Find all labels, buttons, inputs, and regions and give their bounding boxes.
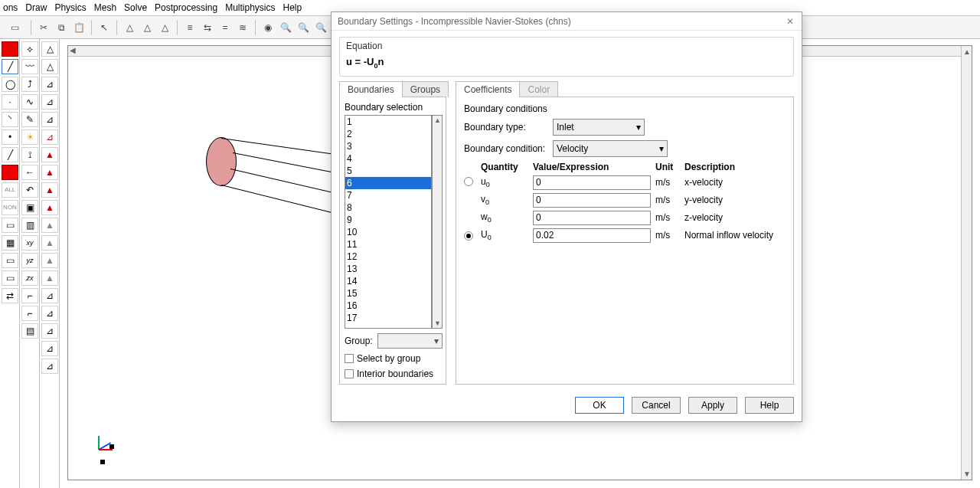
- axis-plot2-icon[interactable]: ⌐: [21, 306, 38, 321]
- back-icon[interactable]: ←: [21, 165, 38, 180]
- coord-frame-icon[interactable]: ▣: [21, 200, 38, 215]
- curve3-icon[interactable]: ⤴: [21, 77, 38, 92]
- interior-boundaries-checkbox[interactable]: [345, 369, 354, 378]
- paste-icon[interactable]: 📋: [71, 20, 87, 35]
- menu-item-postprocessing[interactable]: Postprocessing: [155, 2, 217, 13]
- tri-g2-icon[interactable]: ▲: [41, 235, 58, 251]
- boundary-list-item[interactable]: 9: [345, 214, 431, 226]
- boundary-list-item[interactable]: 5: [345, 165, 431, 177]
- boundary-type-dropdown[interactable]: Inlet▾: [553, 119, 645, 136]
- graph-icon[interactable]: ▤: [21, 323, 38, 339]
- tri-d-icon[interactable]: ⊿: [41, 94, 58, 110]
- zoom-window-icon[interactable]: 🔍: [313, 20, 328, 35]
- boundary-list-item[interactable]: 13: [345, 263, 431, 275]
- close-icon[interactable]: ✕: [785, 16, 795, 27]
- tri-red3-icon[interactable]: ▲: [41, 182, 58, 198]
- tab-coefficients[interactable]: Coefficients: [456, 81, 520, 97]
- pointer-icon[interactable]: ↖: [96, 20, 112, 35]
- ok-button[interactable]: OK: [575, 397, 624, 414]
- measure-icon[interactable]: ⟟: [21, 147, 38, 162]
- dialog-titlebar[interactable]: Boundary Settings - Incompressible Navie…: [332, 12, 802, 31]
- triangle-icon[interactable]: △: [122, 20, 137, 35]
- velocity-mode-radio[interactable]: [464, 177, 473, 186]
- tri-e-icon[interactable]: ⊿: [41, 112, 58, 127]
- solve-restart-icon[interactable]: ⇆: [200, 20, 215, 35]
- curve2-icon[interactable]: 〰: [21, 59, 38, 74]
- boundary-list-item[interactable]: 17: [345, 312, 431, 324]
- palette-segment-icon[interactable]: ╱: [2, 147, 18, 162]
- spline-icon[interactable]: ∿: [21, 94, 38, 110]
- boundary-list-item[interactable]: 8: [345, 201, 431, 214]
- solve-domain-icon[interactable]: ≋: [235, 20, 250, 35]
- menu-item-physics[interactable]: Physics: [54, 2, 86, 13]
- boundary-list-item[interactable]: 15: [345, 287, 431, 300]
- palette-cube-icon[interactable]: ▦: [2, 235, 18, 251]
- mesh1-icon[interactable]: ⊿: [41, 288, 58, 303]
- plot-icon[interactable]: ◉: [260, 20, 276, 35]
- boundary-list-item[interactable]: 3: [345, 140, 431, 152]
- tab-color[interactable]: Color: [519, 81, 558, 97]
- triangle-add-icon[interactable]: △: [139, 20, 155, 35]
- menu-item-options[interactable]: ons: [3, 2, 18, 13]
- boundary-list-item[interactable]: 6: [345, 177, 431, 189]
- rotate-l-icon[interactable]: ↶: [21, 182, 38, 198]
- mesh2-icon[interactable]: ⊿: [41, 306, 58, 321]
- copy-icon[interactable]: ⧉: [54, 20, 69, 35]
- palette-copy-icon[interactable]: ▭: [2, 253, 18, 268]
- apply-button[interactable]: Apply: [688, 397, 737, 414]
- palette-fill-icon[interactable]: [2, 165, 18, 180]
- palette-all-icon[interactable]: ALL: [2, 182, 18, 198]
- boundary-condition-dropdown[interactable]: Velocity▾: [553, 140, 668, 157]
- axis-plot-icon[interactable]: ⌐: [21, 288, 38, 303]
- menu-item-draw[interactable]: Draw: [25, 2, 47, 13]
- boundary-list-item[interactable]: 11: [345, 238, 431, 251]
- tri-g4-icon[interactable]: ▲: [41, 270, 58, 286]
- tab-groups[interactable]: Groups: [402, 81, 449, 97]
- palette-multi-icon[interactable]: ▭: [2, 270, 18, 286]
- palette-line-icon[interactable]: ╱: [2, 59, 18, 74]
- tri-a-icon[interactable]: △: [41, 41, 58, 57]
- cut-icon[interactable]: ✂: [36, 20, 51, 35]
- tri-red4-icon[interactable]: ▲: [41, 200, 58, 215]
- vertical-scrollbar[interactable]: [961, 46, 972, 480]
- yz-plot-icon[interactable]: yz: [21, 253, 38, 268]
- toolbar-button-generic[interactable]: ▭: [3, 20, 26, 35]
- curve1-icon[interactable]: ⟡: [21, 41, 38, 57]
- tri-del-icon[interactable]: ⊿: [41, 129, 58, 145]
- palette-block-icon[interactable]: [2, 41, 18, 57]
- boundary-list-item[interactable]: 10: [345, 226, 431, 238]
- zoom-out-icon[interactable]: 🔍: [296, 20, 311, 35]
- palette-cylinder-icon[interactable]: ◯: [2, 77, 18, 92]
- boundary-list-scrollbar[interactable]: [432, 115, 443, 329]
- mesh5-icon[interactable]: ⊿: [41, 359, 58, 374]
- boundary-list-item[interactable]: 12: [345, 251, 431, 263]
- value-input[interactable]: [533, 228, 651, 243]
- boundary-list-item[interactable]: 7: [345, 189, 431, 201]
- value-input[interactable]: [533, 193, 651, 208]
- value-input[interactable]: [533, 175, 651, 190]
- boundary-list-item[interactable]: 1: [345, 116, 431, 128]
- palette-arrows-icon[interactable]: ⇄: [2, 288, 18, 303]
- boundary-list-item[interactable]: 14: [345, 275, 431, 287]
- menu-item-solve[interactable]: Solve: [124, 2, 147, 13]
- zx-plot-icon[interactable]: zx: [21, 270, 38, 286]
- palette-box-icon[interactable]: ▭: [2, 218, 18, 233]
- boundary-list-item[interactable]: 16: [345, 300, 431, 312]
- palette-none-icon[interactable]: NON: [2, 200, 18, 215]
- tri-c-icon[interactable]: ⊿: [41, 77, 58, 92]
- triangle-tree-icon[interactable]: △: [157, 20, 172, 35]
- tri-red2-icon[interactable]: ▲: [41, 165, 58, 180]
- tri-g3-icon[interactable]: ▲: [41, 253, 58, 268]
- value-input[interactable]: [533, 211, 651, 225]
- edit-icon[interactable]: ✎: [21, 112, 38, 127]
- boundary-list-item[interactable]: 4: [345, 152, 431, 165]
- solve-icon[interactable]: ≡: [182, 20, 198, 35]
- mesh3-icon[interactable]: ⊿: [41, 323, 58, 339]
- boundary-list[interactable]: 1234567891011121314151617: [345, 115, 432, 329]
- menu-item-mesh[interactable]: Mesh: [94, 2, 116, 13]
- palette-point-icon[interactable]: ·: [2, 94, 18, 110]
- tri-b-icon[interactable]: △: [41, 59, 58, 74]
- velocity-mode-radio[interactable]: [464, 231, 473, 241]
- tab-boundaries[interactable]: Boundaries: [339, 81, 403, 97]
- workplane-icon[interactable]: ▥: [21, 218, 38, 233]
